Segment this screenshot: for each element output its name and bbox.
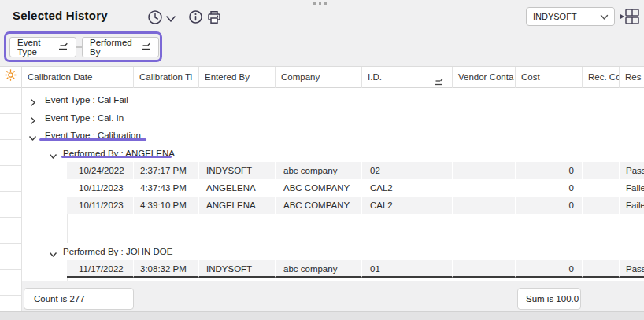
cell-calibration-time[interactable]: 4:37:43 PM bbox=[134, 179, 199, 197]
cell-entered-by[interactable]: INDYSOFT bbox=[199, 260, 276, 278]
customize-columns-button[interactable] bbox=[0, 67, 22, 88]
sum-summary-label: Sum is 100.0 bbox=[526, 294, 579, 303]
clock-icon bbox=[147, 14, 163, 28]
cell-entered-by[interactable]: ANGELENA bbox=[199, 179, 276, 197]
group-row-angelena[interactable]: Performed By : ANGELENA bbox=[22, 145, 644, 162]
toolbar-divider bbox=[183, 10, 183, 24]
cell-calibration-date[interactable]: 10/11/2023 bbox=[67, 179, 134, 197]
column-header-result[interactable]: Res bbox=[620, 67, 644, 88]
group-row-label: Event Type : Calibration bbox=[45, 127, 141, 144]
cell-result[interactable]: Failed bbox=[620, 179, 644, 197]
group-row-calibration[interactable]: Event Type : Calibration bbox=[22, 127, 644, 144]
grid-header-row: Calibration Date Calibration Ti Entered … bbox=[0, 66, 644, 88]
column-header-calibration-time[interactable]: Calibration Ti bbox=[134, 67, 199, 88]
user-filter-dropdown[interactable]: INDYSOFT bbox=[526, 7, 615, 26]
cell-id[interactable]: CAL2 bbox=[362, 179, 453, 197]
cell-calibration-time[interactable]: 4:39:10 PM bbox=[134, 197, 199, 214]
row-indicator-cell[interactable] bbox=[0, 218, 22, 244]
cell-id[interactable]: 01 bbox=[362, 260, 453, 278]
cell-calibration-date[interactable]: 10/24/2022 bbox=[67, 162, 134, 179]
count-summary-label: Count is 277 bbox=[34, 294, 85, 303]
group-row-john-doe[interactable]: Performed By : JOHN DOE bbox=[22, 243, 644, 260]
cell-cost[interactable]: 0 bbox=[516, 197, 583, 214]
column-header-calibration-date[interactable]: Calibration Date bbox=[22, 67, 134, 88]
cell-vendor-contact[interactable] bbox=[453, 260, 516, 278]
column-header-company[interactable]: Company bbox=[276, 67, 362, 88]
cell-entered-by[interactable]: ANGELENA bbox=[199, 197, 276, 214]
cell-rec-cost[interactable] bbox=[583, 197, 620, 214]
table-row[interactable]: 11/17/2022 3:08:32 PM INDYSOFT abc compa… bbox=[0, 260, 644, 278]
cell-vendor-contact[interactable] bbox=[453, 197, 516, 214]
row-indicator-cell[interactable] bbox=[0, 114, 22, 140]
table-row[interactable]: 10/11/2023 4:39:10 PM ANGELENA ABC COMPA… bbox=[0, 197, 644, 214]
column-header-vendor-contact[interactable]: Vendor Conta bbox=[453, 67, 516, 88]
group-chip-performed-by[interactable]: Performed By bbox=[82, 37, 159, 57]
group-chip-event-type[interactable]: Event Type bbox=[9, 37, 76, 57]
group-row-label: Event Type : Cal Fail bbox=[45, 91, 128, 109]
sort-ascending-icon bbox=[57, 42, 68, 53]
sort-ascending-icon bbox=[433, 73, 444, 88]
grid-view-icon bbox=[620, 14, 640, 28]
cell-cost[interactable]: 0 bbox=[516, 162, 583, 179]
cell-company[interactable]: ABC COMPANY bbox=[276, 197, 362, 214]
cell-calibration-time[interactable]: 3:08:32 PM bbox=[134, 260, 199, 278]
page-title: Selected History bbox=[13, 9, 108, 22]
info-button[interactable] bbox=[188, 9, 204, 25]
cell-company[interactable]: abc company bbox=[276, 162, 362, 179]
printer-icon bbox=[206, 14, 222, 28]
group-row-label: Performed By : JOHN DOE bbox=[63, 243, 172, 260]
column-header-id[interactable]: I.D. bbox=[362, 67, 453, 88]
cell-company[interactable]: ABC COMPANY bbox=[276, 179, 362, 197]
selected-history-panel: Selected History INDYSOFT Event Type bbox=[0, 0, 644, 320]
bottom-scrollbar-track[interactable] bbox=[0, 311, 644, 320]
table-row[interactable]: 10/11/2023 4:37:43 PM ANGELENA ABC COMPA… bbox=[0, 179, 644, 197]
cell-id[interactable]: 02 bbox=[362, 162, 453, 179]
cell-vendor-contact[interactable] bbox=[453, 162, 516, 179]
cell-result[interactable]: Failed bbox=[620, 197, 644, 214]
annotation-underline-calibration bbox=[39, 138, 146, 141]
cell-result[interactable]: Passed bbox=[620, 260, 644, 278]
cell-calibration-date[interactable]: 11/17/2022 bbox=[67, 260, 134, 278]
history-clock-button[interactable] bbox=[147, 9, 163, 25]
dropdown-value: INDYSOFT bbox=[533, 12, 577, 21]
go-to-grid-button[interactable] bbox=[620, 8, 640, 25]
group-row-cal-fail[interactable]: Event Type : Cal Fail bbox=[22, 91, 644, 109]
row-indicator-cell[interactable] bbox=[0, 88, 22, 114]
chevron-down-icon bbox=[165, 13, 177, 26]
column-header-label: I.D. bbox=[368, 72, 382, 82]
table-row[interactable]: 10/24/2022 2:37:17 PM INDYSOFT abc compa… bbox=[0, 162, 644, 179]
column-header-cost[interactable]: Cost bbox=[516, 67, 583, 88]
cell-cost[interactable]: 0 bbox=[516, 260, 583, 278]
sun-icon bbox=[5, 68, 17, 88]
group-row-label: Performed By : ANGELENA bbox=[63, 145, 175, 162]
group-row-label: Event Type : Cal. In bbox=[45, 109, 124, 127]
cell-rec-cost[interactable] bbox=[583, 179, 620, 197]
history-dropdown-button[interactable] bbox=[165, 13, 180, 28]
cell-calibration-date[interactable]: 10/11/2023 bbox=[67, 197, 134, 214]
cell-entered-by[interactable]: INDYSOFT bbox=[199, 162, 276, 179]
cell-rec-cost[interactable] bbox=[583, 260, 620, 278]
chip-connector bbox=[76, 46, 82, 48]
group-chip-label: Performed By bbox=[90, 38, 135, 57]
info-icon bbox=[188, 13, 203, 27]
panel-drag-handle[interactable] bbox=[313, 2, 327, 5]
print-button[interactable] bbox=[206, 9, 222, 25]
group-chip-label: Event Type bbox=[17, 38, 52, 57]
cell-id[interactable]: CAL2 bbox=[362, 197, 453, 214]
count-summary: Count is 277 bbox=[24, 288, 134, 310]
column-header-entered-by[interactable]: Entered By bbox=[199, 67, 276, 88]
cell-company[interactable]: abc company bbox=[276, 260, 362, 278]
cell-rec-cost[interactable] bbox=[583, 162, 620, 179]
group-row-cal-in[interactable]: Event Type : Cal. In bbox=[22, 109, 644, 127]
sort-ascending-icon bbox=[140, 42, 151, 53]
cell-result[interactable]: Passed bbox=[620, 162, 644, 179]
cell-cost[interactable]: 0 bbox=[516, 179, 583, 197]
cell-vendor-contact[interactable] bbox=[453, 179, 516, 197]
cell-calibration-time[interactable]: 2:37:17 PM bbox=[134, 162, 199, 179]
column-header-rec-cost[interactable]: Rec. Co bbox=[583, 67, 620, 88]
chevron-down-icon bbox=[600, 14, 609, 20]
sum-summary: Sum is 100.0 bbox=[517, 288, 581, 310]
annotation-underline-angelena bbox=[61, 156, 172, 158]
